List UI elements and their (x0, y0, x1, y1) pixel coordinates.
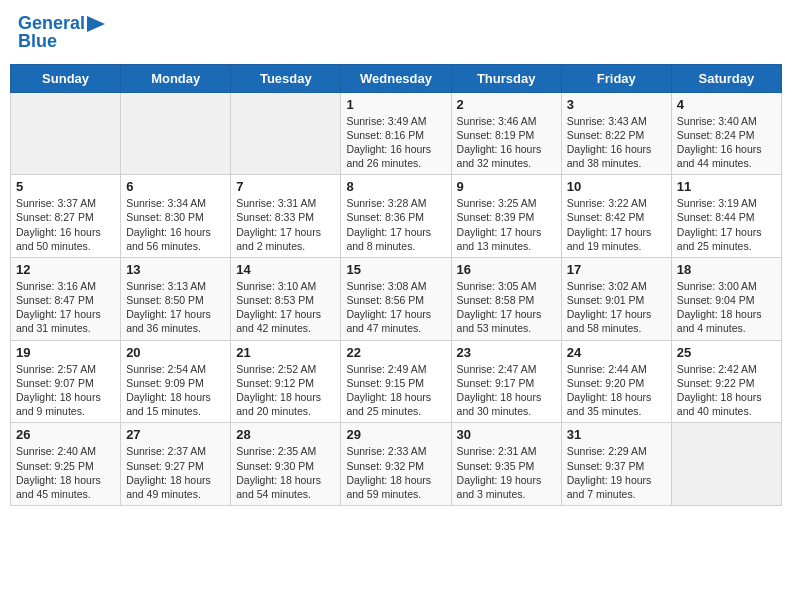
day-info: Sunrise: 2:35 AM Sunset: 9:30 PM Dayligh… (236, 444, 335, 501)
calendar-cell: 31Sunrise: 2:29 AM Sunset: 9:37 PM Dayli… (561, 423, 671, 506)
day-info: Sunrise: 3:25 AM Sunset: 8:39 PM Dayligh… (457, 196, 556, 253)
calendar-cell: 9Sunrise: 3:25 AM Sunset: 8:39 PM Daylig… (451, 175, 561, 258)
calendar-cell: 11Sunrise: 3:19 AM Sunset: 8:44 PM Dayli… (671, 175, 781, 258)
day-info: Sunrise: 2:54 AM Sunset: 9:09 PM Dayligh… (126, 362, 225, 419)
calendar-cell (121, 92, 231, 175)
day-number: 19 (16, 345, 115, 360)
day-info: Sunrise: 2:37 AM Sunset: 9:27 PM Dayligh… (126, 444, 225, 501)
day-number: 7 (236, 179, 335, 194)
day-info: Sunrise: 2:52 AM Sunset: 9:12 PM Dayligh… (236, 362, 335, 419)
calendar-week-row: 26Sunrise: 2:40 AM Sunset: 9:25 PM Dayli… (11, 423, 782, 506)
calendar-cell: 24Sunrise: 2:44 AM Sunset: 9:20 PM Dayli… (561, 340, 671, 423)
day-number: 1 (346, 97, 445, 112)
day-number: 10 (567, 179, 666, 194)
day-number: 17 (567, 262, 666, 277)
calendar-cell (671, 423, 781, 506)
day-number: 3 (567, 97, 666, 112)
calendar-week-row: 19Sunrise: 2:57 AM Sunset: 9:07 PM Dayli… (11, 340, 782, 423)
calendar-cell: 8Sunrise: 3:28 AM Sunset: 8:36 PM Daylig… (341, 175, 451, 258)
day-number: 8 (346, 179, 445, 194)
day-number: 2 (457, 97, 556, 112)
day-info: Sunrise: 3:10 AM Sunset: 8:53 PM Dayligh… (236, 279, 335, 336)
day-info: Sunrise: 3:40 AM Sunset: 8:24 PM Dayligh… (677, 114, 776, 171)
calendar-cell: 19Sunrise: 2:57 AM Sunset: 9:07 PM Dayli… (11, 340, 121, 423)
day-info: Sunrise: 2:57 AM Sunset: 9:07 PM Dayligh… (16, 362, 115, 419)
day-of-week-header: Tuesday (231, 64, 341, 92)
day-info: Sunrise: 2:29 AM Sunset: 9:37 PM Dayligh… (567, 444, 666, 501)
calendar-week-row: 5Sunrise: 3:37 AM Sunset: 8:27 PM Daylig… (11, 175, 782, 258)
day-number: 9 (457, 179, 556, 194)
day-info: Sunrise: 2:42 AM Sunset: 9:22 PM Dayligh… (677, 362, 776, 419)
logo-arrow-icon (87, 16, 105, 32)
day-number: 18 (677, 262, 776, 277)
calendar-cell: 20Sunrise: 2:54 AM Sunset: 9:09 PM Dayli… (121, 340, 231, 423)
day-info: Sunrise: 2:49 AM Sunset: 9:15 PM Dayligh… (346, 362, 445, 419)
calendar-cell: 29Sunrise: 2:33 AM Sunset: 9:32 PM Dayli… (341, 423, 451, 506)
calendar-cell: 1Sunrise: 3:49 AM Sunset: 8:16 PM Daylig… (341, 92, 451, 175)
day-number: 29 (346, 427, 445, 442)
day-number: 5 (16, 179, 115, 194)
calendar-cell: 15Sunrise: 3:08 AM Sunset: 8:56 PM Dayli… (341, 257, 451, 340)
day-number: 27 (126, 427, 225, 442)
day-number: 14 (236, 262, 335, 277)
day-number: 23 (457, 345, 556, 360)
calendar-cell: 18Sunrise: 3:00 AM Sunset: 9:04 PM Dayli… (671, 257, 781, 340)
day-info: Sunrise: 3:13 AM Sunset: 8:50 PM Dayligh… (126, 279, 225, 336)
day-number: 21 (236, 345, 335, 360)
svg-marker-0 (87, 16, 105, 32)
logo-blue-text: Blue (18, 32, 57, 52)
day-info: Sunrise: 3:22 AM Sunset: 8:42 PM Dayligh… (567, 196, 666, 253)
day-info: Sunrise: 3:16 AM Sunset: 8:47 PM Dayligh… (16, 279, 115, 336)
calendar-cell: 6Sunrise: 3:34 AM Sunset: 8:30 PM Daylig… (121, 175, 231, 258)
calendar-cell: 2Sunrise: 3:46 AM Sunset: 8:19 PM Daylig… (451, 92, 561, 175)
day-of-week-header: Saturday (671, 64, 781, 92)
day-info: Sunrise: 3:02 AM Sunset: 9:01 PM Dayligh… (567, 279, 666, 336)
day-info: Sunrise: 3:46 AM Sunset: 8:19 PM Dayligh… (457, 114, 556, 171)
day-number: 26 (16, 427, 115, 442)
calendar-table: SundayMondayTuesdayWednesdayThursdayFrid… (10, 64, 782, 506)
day-of-week-header: Monday (121, 64, 231, 92)
day-of-week-header: Sunday (11, 64, 121, 92)
day-number: 24 (567, 345, 666, 360)
calendar-cell: 10Sunrise: 3:22 AM Sunset: 8:42 PM Dayli… (561, 175, 671, 258)
day-number: 13 (126, 262, 225, 277)
day-info: Sunrise: 3:28 AM Sunset: 8:36 PM Dayligh… (346, 196, 445, 253)
calendar-cell: 17Sunrise: 3:02 AM Sunset: 9:01 PM Dayli… (561, 257, 671, 340)
calendar-cell: 30Sunrise: 2:31 AM Sunset: 9:35 PM Dayli… (451, 423, 561, 506)
calendar-cell: 22Sunrise: 2:49 AM Sunset: 9:15 PM Dayli… (341, 340, 451, 423)
day-info: Sunrise: 3:43 AM Sunset: 8:22 PM Dayligh… (567, 114, 666, 171)
calendar-cell: 5Sunrise: 3:37 AM Sunset: 8:27 PM Daylig… (11, 175, 121, 258)
day-number: 15 (346, 262, 445, 277)
calendar-cell: 26Sunrise: 2:40 AM Sunset: 9:25 PM Dayli… (11, 423, 121, 506)
day-of-week-header: Friday (561, 64, 671, 92)
day-info: Sunrise: 3:19 AM Sunset: 8:44 PM Dayligh… (677, 196, 776, 253)
day-number: 20 (126, 345, 225, 360)
calendar-week-row: 12Sunrise: 3:16 AM Sunset: 8:47 PM Dayli… (11, 257, 782, 340)
calendar-cell: 3Sunrise: 3:43 AM Sunset: 8:22 PM Daylig… (561, 92, 671, 175)
day-info: Sunrise: 3:34 AM Sunset: 8:30 PM Dayligh… (126, 196, 225, 253)
day-info: Sunrise: 3:05 AM Sunset: 8:58 PM Dayligh… (457, 279, 556, 336)
day-number: 12 (16, 262, 115, 277)
calendar-cell: 27Sunrise: 2:37 AM Sunset: 9:27 PM Dayli… (121, 423, 231, 506)
day-info: Sunrise: 3:49 AM Sunset: 8:16 PM Dayligh… (346, 114, 445, 171)
day-number: 22 (346, 345, 445, 360)
calendar-cell: 16Sunrise: 3:05 AM Sunset: 8:58 PM Dayli… (451, 257, 561, 340)
day-info: Sunrise: 3:00 AM Sunset: 9:04 PM Dayligh… (677, 279, 776, 336)
day-number: 16 (457, 262, 556, 277)
day-info: Sunrise: 2:44 AM Sunset: 9:20 PM Dayligh… (567, 362, 666, 419)
page-header: General Blue (10, 10, 782, 56)
calendar-header-row: SundayMondayTuesdayWednesdayThursdayFrid… (11, 64, 782, 92)
day-number: 11 (677, 179, 776, 194)
day-number: 6 (126, 179, 225, 194)
day-number: 28 (236, 427, 335, 442)
calendar-cell: 21Sunrise: 2:52 AM Sunset: 9:12 PM Dayli… (231, 340, 341, 423)
day-info: Sunrise: 2:47 AM Sunset: 9:17 PM Dayligh… (457, 362, 556, 419)
day-info: Sunrise: 3:08 AM Sunset: 8:56 PM Dayligh… (346, 279, 445, 336)
day-number: 31 (567, 427, 666, 442)
day-of-week-header: Wednesday (341, 64, 451, 92)
calendar-cell: 7Sunrise: 3:31 AM Sunset: 8:33 PM Daylig… (231, 175, 341, 258)
day-info: Sunrise: 3:37 AM Sunset: 8:27 PM Dayligh… (16, 196, 115, 253)
calendar-cell: 12Sunrise: 3:16 AM Sunset: 8:47 PM Dayli… (11, 257, 121, 340)
calendar-cell: 14Sunrise: 3:10 AM Sunset: 8:53 PM Dayli… (231, 257, 341, 340)
calendar-week-row: 1Sunrise: 3:49 AM Sunset: 8:16 PM Daylig… (11, 92, 782, 175)
